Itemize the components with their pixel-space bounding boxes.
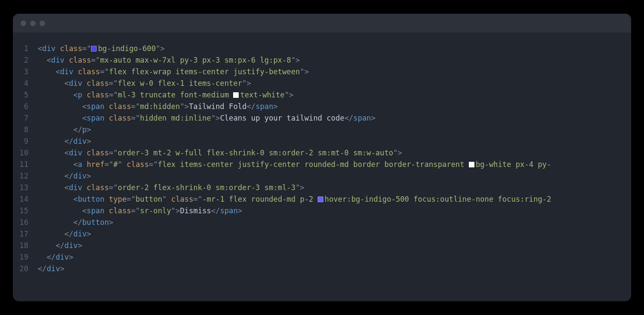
line-number: 5: [13, 89, 38, 101]
code-content[interactable]: <p class="ml-3 truncate font-medium text…: [38, 89, 631, 101]
code-line[interactable]: 4 <div class="flex w-0 flex-1 items-cent…: [13, 78, 631, 89]
line-number: 8: [13, 124, 38, 136]
code-content[interactable]: <a href="#" class="flex items-center jus…: [38, 159, 631, 170]
code-line[interactable]: 19 </div>: [13, 251, 631, 263]
code-line[interactable]: 6 <span class="md:hidden">Tailwind Fold<…: [13, 101, 631, 112]
code-line[interactable]: 8 </p>: [13, 124, 631, 136]
code-line[interactable]: 3 <div class="flex flex-wrap items-cente…: [13, 66, 631, 78]
code-line[interactable]: 12 </div>: [13, 170, 631, 182]
code-content[interactable]: </div>: [38, 240, 631, 251]
code-content[interactable]: </div>: [38, 136, 631, 147]
code-content[interactable]: </div>: [38, 228, 631, 240]
code-line[interactable]: 15 <span class="sr-only">Dismiss</span>: [13, 205, 631, 217]
line-number: 10: [13, 147, 38, 159]
code-content[interactable]: </div>: [38, 263, 631, 275]
code-line[interactable]: 7 <span class="hidden md:inline">Cleans …: [13, 112, 631, 124]
code-editor[interactable]: 1<div class="bg-indigo-600">2 <div class…: [13, 33, 631, 301]
code-line[interactable]: 20</div>: [13, 263, 631, 275]
code-content[interactable]: <div class="order-2 flex-shrink-0 sm:ord…: [38, 182, 631, 194]
code-line[interactable]: 9 </div>: [13, 136, 631, 147]
line-number: 1: [13, 43, 38, 55]
code-line[interactable]: 1<div class="bg-indigo-600">: [13, 43, 631, 55]
code-content[interactable]: <div class="mx-auto max-w-7xl py-3 px-3 …: [38, 55, 631, 66]
line-number: 20: [13, 263, 38, 275]
code-line[interactable]: 14 <button type="button" class="-mr-1 fl…: [13, 194, 631, 205]
code-line[interactable]: 16 </button>: [13, 217, 631, 228]
code-line[interactable]: 18 </div>: [13, 240, 631, 251]
line-number: 12: [13, 170, 38, 182]
traffic-light-close-icon[interactable]: [21, 21, 26, 26]
code-content[interactable]: <div class="flex w-0 flex-1 items-center…: [38, 78, 631, 89]
line-number: 15: [13, 205, 38, 217]
code-editor-window: 1<div class="bg-indigo-600">2 <div class…: [13, 14, 631, 301]
code-line[interactable]: 2 <div class="mx-auto max-w-7xl py-3 px-…: [13, 55, 631, 66]
line-number: 13: [13, 182, 38, 194]
traffic-light-minimize-icon[interactable]: [30, 21, 36, 26]
code-line[interactable]: 17 </div>: [13, 228, 631, 240]
code-content[interactable]: </p>: [38, 124, 631, 136]
line-number: 3: [13, 66, 38, 78]
code-content[interactable]: </div>: [38, 251, 631, 263]
code-line[interactable]: 13 <div class="order-2 flex-shrink-0 sm:…: [13, 182, 631, 194]
titlebar: [13, 14, 631, 33]
line-number: 11: [13, 159, 38, 170]
line-number: 19: [13, 251, 38, 263]
code-content[interactable]: <div class="bg-indigo-600">: [38, 43, 631, 55]
line-number: 9: [13, 136, 38, 147]
line-number: 7: [13, 112, 38, 124]
code-content[interactable]: <span class="md:hidden">Tailwind Fold</s…: [38, 101, 631, 112]
code-content[interactable]: <div class="flex flex-wrap items-center …: [38, 66, 631, 78]
line-number: 18: [13, 240, 38, 251]
code-content[interactable]: <span class="hidden md:inline">Cleans up…: [38, 112, 631, 124]
code-content[interactable]: <button type="button" class="-mr-1 flex …: [38, 194, 631, 205]
code-line[interactable]: 5 <p class="ml-3 truncate font-medium te…: [13, 89, 631, 101]
traffic-light-zoom-icon[interactable]: [39, 21, 45, 26]
line-number: 2: [13, 55, 38, 66]
code-content[interactable]: <div class="order-3 mt-2 w-full flex-shr…: [38, 147, 631, 159]
line-number: 6: [13, 101, 38, 112]
code-content[interactable]: </div>: [38, 170, 631, 182]
line-number: 17: [13, 228, 38, 240]
line-number: 14: [13, 194, 38, 205]
code-content[interactable]: </button>: [38, 217, 631, 228]
line-number: 16: [13, 217, 38, 228]
code-line[interactable]: 10 <div class="order-3 mt-2 w-full flex-…: [13, 147, 631, 159]
code-content[interactable]: <span class="sr-only">Dismiss</span>: [38, 205, 631, 217]
code-line[interactable]: 11 <a href="#" class="flex items-center …: [13, 159, 631, 170]
line-number: 4: [13, 78, 38, 89]
